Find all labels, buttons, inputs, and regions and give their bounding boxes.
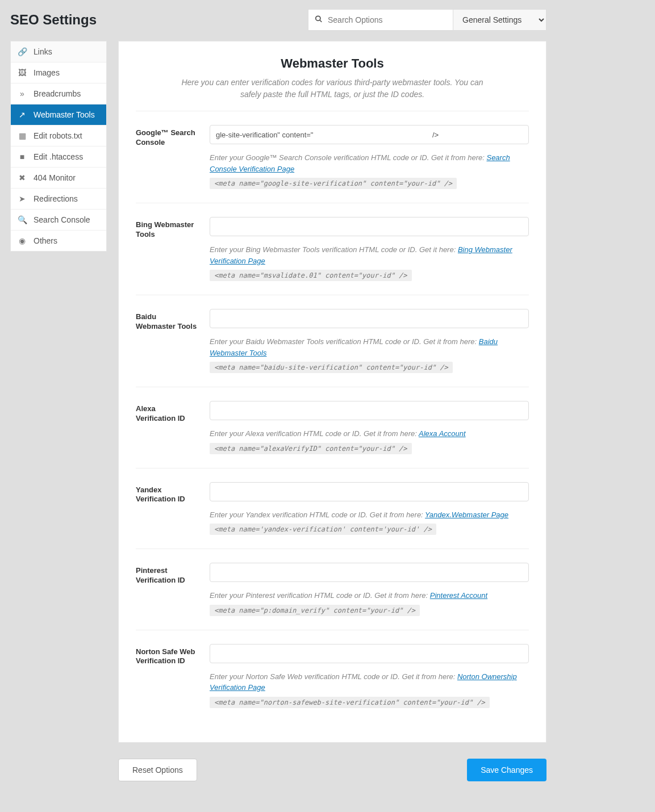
close-icon: ✖ xyxy=(18,173,27,182)
page-title: SEO Settings xyxy=(10,12,97,28)
field-google: Google™ Search Console Enter your Google… xyxy=(136,111,529,203)
yandex-input[interactable] xyxy=(210,482,529,501)
code-sample: <meta name="p:domain_verify" content="yo… xyxy=(210,605,420,616)
help-text: Enter your Yandex verification HTML code… xyxy=(210,509,529,521)
field-yandex: Yandex Verification ID Enter your Yandex… xyxy=(136,468,529,550)
sidebar-item-others[interactable]: ◉ Others xyxy=(11,230,106,251)
scope-select[interactable]: General Settings xyxy=(453,9,546,31)
field-alexa: Alexa Verification ID Enter your Alexa v… xyxy=(136,387,529,468)
google-input[interactable] xyxy=(210,125,529,144)
code-sample: <meta name="norton-safeweb-site-verifica… xyxy=(210,697,490,708)
link-icon: 🔗 xyxy=(18,47,27,56)
section-subtitle: Here you can enter verification codes fo… xyxy=(173,77,491,101)
robots-icon: ▦ xyxy=(18,131,27,140)
sidebar-item-label: Others xyxy=(34,236,57,245)
bing-input[interactable] xyxy=(210,217,529,236)
save-button[interactable]: Save Changes xyxy=(467,759,546,781)
help-text: Enter your Baidu Webmaster Tools verific… xyxy=(210,336,529,358)
zoom-icon: 🔍 xyxy=(18,215,27,224)
help-text: Enter your Alexa verification HTML code … xyxy=(210,428,529,440)
sidebar-item-search-console[interactable]: 🔍 Search Console xyxy=(11,209,106,230)
sidebar: 🔗 Links 🖼 Images » Breadcrumbs ↗ Webmast… xyxy=(10,41,107,252)
help-text: Enter your Norton Safe Web verification … xyxy=(210,671,529,693)
field-bing: Bing Webmaster Tools Enter your Bing Web… xyxy=(136,203,529,295)
sidebar-item-images[interactable]: 🖼 Images xyxy=(11,62,106,83)
svg-line-1 xyxy=(320,20,322,22)
sidebar-item-webmaster-tools[interactable]: ↗ Webmaster Tools xyxy=(11,104,106,125)
circle-dot-icon: ◉ xyxy=(18,236,27,245)
sidebar-item-label: Links xyxy=(34,47,52,56)
sidebar-item-redirections[interactable]: ➤ Redirections xyxy=(11,188,106,209)
field-baidu: Baidu Webmaster Tools Enter your Baidu W… xyxy=(136,295,529,387)
field-label: Alexa Verification ID xyxy=(136,401,197,424)
field-label: Norton Safe Web Verification ID xyxy=(136,644,197,667)
code-sample: <meta name="alexaVerifyID" content="your… xyxy=(210,443,412,454)
file-icon: ■ xyxy=(18,152,27,161)
alexa-help-link[interactable]: Alexa Account xyxy=(419,429,466,438)
sidebar-item-label: Webmaster Tools xyxy=(34,110,95,119)
help-text: Enter your Bing Webmaster Tools verifica… xyxy=(210,244,529,266)
field-label: Bing Webmaster Tools xyxy=(136,217,197,240)
norton-input[interactable] xyxy=(210,644,529,663)
external-link-icon: ↗ xyxy=(18,110,27,119)
pinterest-input[interactable] xyxy=(210,563,529,582)
sidebar-item-htaccess[interactable]: ■ Edit .htaccess xyxy=(11,146,106,167)
images-icon: 🖼 xyxy=(18,68,27,77)
chevrons-icon: » xyxy=(18,89,27,98)
pinterest-help-link[interactable]: Pinterest Account xyxy=(430,591,487,600)
field-label: Baidu Webmaster Tools xyxy=(136,309,197,332)
svg-point-0 xyxy=(316,16,320,20)
field-label: Pinterest Verification ID xyxy=(136,563,197,585)
reset-button[interactable]: Reset Options xyxy=(118,759,197,781)
search-icon xyxy=(315,15,323,25)
code-sample: <meta name="google-site-verification" co… xyxy=(210,178,457,189)
search-input[interactable] xyxy=(308,9,453,31)
sidebar-item-label: Search Console xyxy=(34,215,90,224)
sidebar-item-label: 404 Monitor xyxy=(34,173,76,182)
sidebar-item-label: Redirections xyxy=(34,194,78,203)
help-text: Enter your Google™ Search Console verifi… xyxy=(210,152,529,174)
field-label: Yandex Verification ID xyxy=(136,482,197,505)
sidebar-item-404[interactable]: ✖ 404 Monitor xyxy=(11,167,106,188)
sidebar-item-robots[interactable]: ▦ Edit robots.txt xyxy=(11,125,106,146)
code-sample: <meta name="msvalidate.01" content="your… xyxy=(210,270,412,281)
code-sample: <meta name='yandex-verification' content… xyxy=(210,524,436,535)
forward-icon: ➤ xyxy=(18,194,27,203)
field-label: Google™ Search Console xyxy=(136,125,197,148)
yandex-help-link[interactable]: Yandex.Webmaster Page xyxy=(425,510,508,519)
alexa-input[interactable] xyxy=(210,401,529,420)
code-sample: <meta name="baidu-site-verification" con… xyxy=(210,362,453,373)
help-text: Enter your Pinterest verification HTML c… xyxy=(210,590,529,601)
field-pinterest: Pinterest Verification ID Enter your Pin… xyxy=(136,549,529,630)
baidu-input[interactable] xyxy=(210,309,529,328)
sidebar-item-label: Edit .htaccess xyxy=(34,152,83,161)
field-norton: Norton Safe Web Verification ID Enter yo… xyxy=(136,630,529,722)
sidebar-item-breadcrumbs[interactable]: » Breadcrumbs xyxy=(11,83,106,104)
sidebar-item-label: Breadcrumbs xyxy=(34,89,81,98)
sidebar-item-links[interactable]: 🔗 Links xyxy=(11,41,106,62)
section-title: Webmaster Tools xyxy=(136,56,529,71)
sidebar-item-label: Edit robots.txt xyxy=(34,131,82,140)
sidebar-item-label: Images xyxy=(34,68,60,77)
